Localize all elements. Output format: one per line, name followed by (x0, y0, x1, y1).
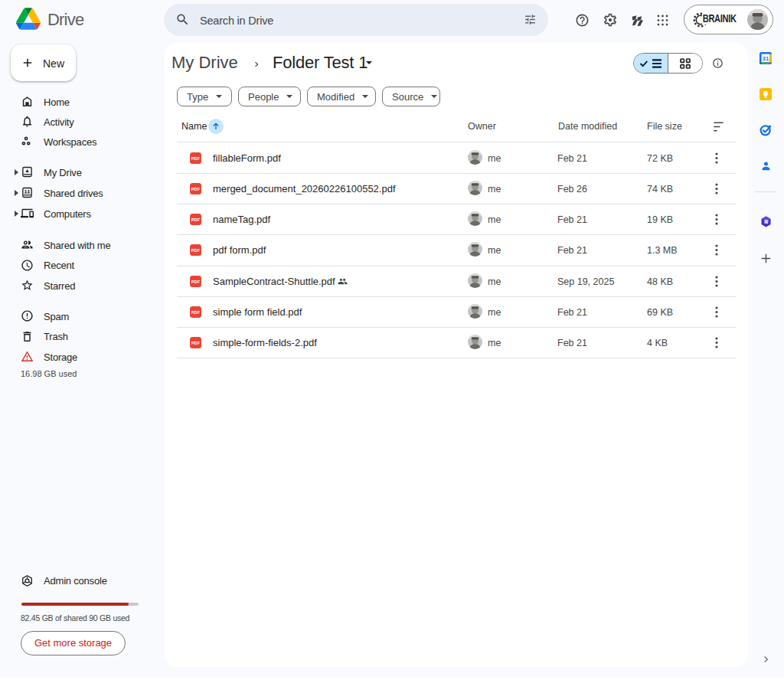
svg-text:31: 31 (763, 55, 769, 62)
